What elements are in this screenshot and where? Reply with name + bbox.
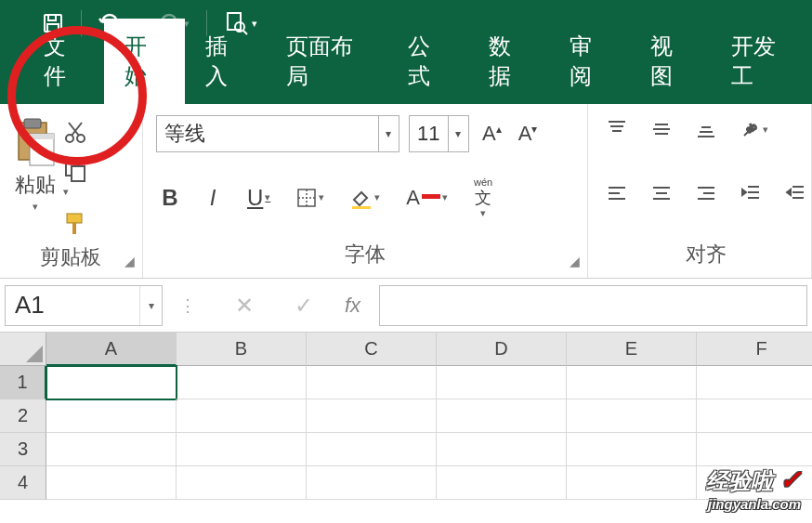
row-header[interactable]: 2 (0, 399, 46, 433)
fx-icon[interactable]: fx (334, 294, 372, 318)
font-name-value: 等线 (164, 120, 205, 148)
confirm-icon[interactable]: ✓ (274, 293, 334, 319)
cell-D1[interactable] (437, 366, 567, 399)
col-header[interactable]: A (46, 333, 177, 366)
cell-F2[interactable] (697, 399, 812, 433)
underline-button[interactable]: U▾ (242, 181, 276, 215)
cell-F3[interactable] (697, 433, 812, 466)
cell-C4[interactable] (307, 466, 437, 500)
font-group: 等线 ▾ 11 ▾ A▴ A▾ B I U▾ ▾ ▾ A▾ wén文▾ 字体 ◢ (143, 104, 588, 278)
align-bottom-icon[interactable] (690, 115, 722, 143)
svg-rect-9 (30, 134, 54, 139)
chevron-down-icon[interactable]: ▾ (139, 286, 162, 325)
decrease-font-icon[interactable]: A▾ (515, 122, 542, 146)
svg-rect-16 (67, 214, 82, 223)
paste-label: 粘贴 (15, 171, 56, 199)
cell-B1[interactable] (177, 366, 307, 399)
col-header[interactable]: D (437, 333, 567, 366)
tab-layout[interactable]: 页面布局 (266, 19, 386, 104)
cell-A1[interactable] (46, 366, 177, 399)
align-left-icon[interactable] (601, 179, 633, 207)
dialog-launcher-icon[interactable]: ◢ (570, 254, 580, 268)
cell-B3[interactable] (177, 433, 307, 466)
align-center-icon[interactable] (646, 179, 677, 207)
cell-E2[interactable] (567, 399, 697, 433)
tab-view[interactable]: 视图 (630, 19, 711, 104)
cut-icon[interactable] (63, 121, 87, 145)
tab-review[interactable]: 审阅 (549, 19, 630, 104)
increase-font-icon[interactable]: A▴ (478, 122, 505, 146)
svg-rect-7 (24, 119, 41, 128)
clipboard-group-label: 剪贴板 (40, 243, 101, 271)
svg-rect-22 (422, 194, 440, 199)
svg-rect-17 (72, 223, 76, 234)
formula-input[interactable] (379, 285, 807, 326)
align-group: ab▾ 对齐 (588, 104, 812, 278)
italic-button[interactable]: I (199, 181, 227, 215)
phonetic-button[interactable]: wén文▾ (468, 174, 498, 222)
chevron-down-icon[interactable]: ▾ (448, 116, 468, 151)
col-header[interactable]: E (567, 333, 697, 366)
svg-rect-21 (352, 206, 371, 209)
chevron-down-icon[interactable]: ▾ (33, 201, 38, 213)
paste-button[interactable]: 粘贴 ▾ (13, 117, 58, 213)
font-name-combo[interactable]: 等线 ▾ (156, 115, 399, 152)
cell-D4[interactable] (437, 466, 567, 500)
cell-C3[interactable] (307, 433, 437, 466)
font-color-button[interactable]: A▾ (400, 182, 453, 214)
border-button[interactable]: ▾ (291, 184, 330, 212)
copy-icon[interactable]: ▾ (63, 158, 87, 199)
redo-icon[interactable]: ▾ (152, 13, 190, 33)
align-right-icon[interactable] (690, 179, 722, 207)
row-header[interactable]: 4 (0, 466, 46, 500)
cell-E3[interactable] (567, 433, 697, 466)
tab-data[interactable]: 数据 (468, 19, 549, 104)
increase-indent-icon[interactable] (779, 179, 811, 207)
tab-file[interactable]: 文件 (23, 19, 104, 104)
cell-A4[interactable] (46, 466, 177, 500)
tab-insert[interactable]: 插入 (185, 19, 266, 104)
cell-D2[interactable] (437, 399, 567, 433)
orientation-icon[interactable]: ab▾ (735, 115, 774, 143)
font-size-combo[interactable]: 11 ▾ (409, 115, 469, 152)
row-header[interactable]: 1 (0, 366, 46, 399)
align-middle-icon[interactable] (646, 115, 677, 143)
tab-developer[interactable]: 开发工 (711, 19, 812, 104)
row-header[interactable]: 3 (0, 433, 46, 466)
tab-formula[interactable]: 公式 (387, 19, 468, 104)
cell-C2[interactable] (307, 399, 437, 433)
grip-icon: ⋮ (163, 295, 215, 316)
cell-A3[interactable] (46, 433, 177, 466)
dialog-launcher-icon[interactable]: ◢ (124, 254, 135, 268)
name-box-value: A1 (15, 291, 45, 320)
decrease-indent-icon[interactable] (735, 179, 766, 207)
col-header[interactable]: B (177, 333, 307, 366)
cell-F1[interactable] (697, 366, 812, 399)
align-group-label: 对齐 (686, 241, 727, 268)
cell-B4[interactable] (177, 466, 307, 500)
format-painter-icon[interactable] (63, 212, 87, 236)
cancel-icon[interactable]: ✕ (215, 293, 274, 319)
select-all-corner[interactable] (0, 333, 46, 366)
svg-rect-15 (72, 166, 85, 181)
cell-B2[interactable] (177, 399, 307, 433)
cell-C1[interactable] (307, 366, 437, 399)
col-header[interactable]: F (697, 333, 812, 366)
clipboard-group: 粘贴 ▾ ▾ 剪贴板 ◢ (0, 104, 143, 278)
font-size-value: 11 (417, 122, 439, 146)
chevron-down-icon[interactable]: ▾ (378, 116, 399, 151)
align-top-icon[interactable] (601, 115, 633, 143)
cell-D3[interactable] (437, 433, 567, 466)
fill-color-button[interactable]: ▾ (345, 183, 386, 213)
cell-F4[interactable] (697, 466, 812, 500)
cell-A2[interactable] (46, 399, 177, 433)
col-header[interactable]: C (307, 333, 437, 366)
name-box[interactable]: A1 ▾ (5, 285, 163, 326)
cell-E1[interactable] (567, 366, 697, 399)
font-group-label: 字体 (345, 241, 386, 268)
bold-button[interactable]: B (156, 181, 184, 215)
cell-E4[interactable] (567, 466, 697, 500)
